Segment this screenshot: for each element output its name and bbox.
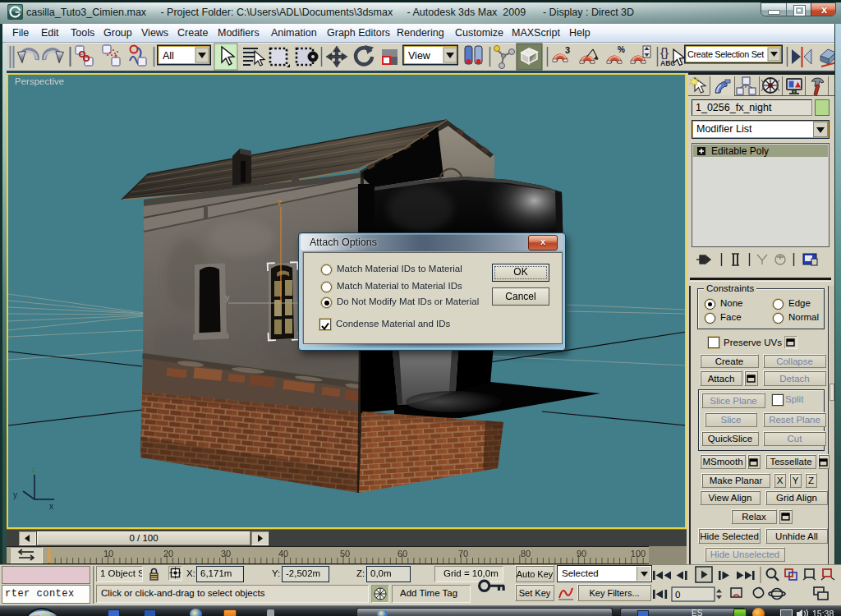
svg-text:y: y [225, 292, 230, 302]
svg-text:z: z [278, 197, 283, 207]
svg-text:y: y [13, 490, 17, 499]
svg-text:50: 50 [340, 549, 350, 559]
svg-text:z: z [31, 465, 35, 474]
svg-text:3: 3 [565, 45, 570, 55]
svg-text:{}: {} [660, 45, 669, 59]
svg-text:Perspective: Perspective [15, 76, 64, 86]
svg-text:40: 40 [278, 549, 288, 559]
svg-text:100: 100 [631, 549, 646, 559]
svg-text:20: 20 [163, 549, 173, 559]
svg-text:80: 80 [521, 549, 531, 559]
svg-text:60: 60 [398, 549, 407, 559]
svg-text:10: 10 [103, 549, 113, 559]
svg-text:90: 90 [577, 549, 586, 559]
svg-text:x: x [49, 502, 53, 511]
svg-text:All: All [163, 50, 174, 62]
svg-text:30: 30 [221, 549, 231, 559]
svg-text:70: 70 [458, 549, 468, 559]
svg-text:View: View [408, 50, 431, 62]
svg-text:%: % [618, 45, 625, 54]
svg-text:Create Selection Set: Create Selection Set [687, 49, 764, 59]
svg-text:0: 0 [675, 590, 680, 600]
